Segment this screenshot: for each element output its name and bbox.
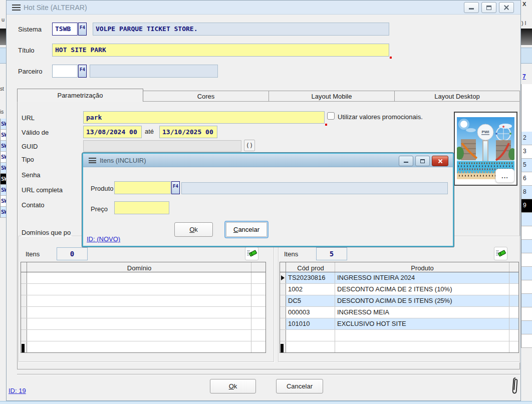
background-text-fragment: ) l bbox=[521, 20, 526, 26]
required-marker bbox=[390, 57, 392, 59]
maximize-button[interactable] bbox=[481, 2, 496, 13]
dialog-title: Itens (INCLUIR) bbox=[100, 157, 146, 164]
left-grid-insert-cursor bbox=[22, 344, 25, 352]
dialog-maximize-button[interactable] bbox=[415, 156, 430, 166]
background-panel bbox=[521, 84, 532, 132]
produtos-grid-header: Cód prod Produto bbox=[280, 262, 518, 272]
record-id-link[interactable]: ID: 19 bbox=[9, 387, 26, 394]
minimize-icon bbox=[469, 6, 474, 10]
col-cod-prod: Cód prod bbox=[286, 262, 335, 272]
paperclip-icon[interactable] bbox=[510, 376, 519, 395]
promo-checkbox[interactable] bbox=[327, 112, 335, 120]
produto-input[interactable] bbox=[114, 181, 171, 194]
background-row: SW bbox=[0, 196, 6, 207]
maximize-icon bbox=[486, 6, 491, 10]
table-row bbox=[21, 284, 265, 295]
valido-de-label: Válido de bbox=[22, 129, 49, 136]
tab-strip: Parametrização Cores Layout Mobile Layou… bbox=[17, 89, 520, 101]
image-more-button[interactable]: ... bbox=[495, 169, 514, 183]
guid-label: GUID bbox=[22, 143, 38, 150]
window-titlebar: Hot Site (ALTERAR) bbox=[7, 1, 520, 15]
background-row: SW bbox=[0, 207, 6, 218]
dialog-cancel-button[interactable]: Cancelar bbox=[224, 221, 269, 238]
preco-label: Preço bbox=[91, 205, 108, 213]
background-text-fragment: u bbox=[2, 17, 5, 23]
background-row: SW bbox=[0, 152, 6, 163]
dominios-grid-body bbox=[21, 272, 265, 353]
table-row[interactable]: TS20230816INGRESSO INTEIRA 2024 bbox=[280, 272, 518, 284]
left-clear-filter-button[interactable] bbox=[245, 247, 258, 260]
background-grid-rows: 235689 bbox=[521, 132, 532, 348]
minimize-icon bbox=[404, 159, 408, 163]
guid-field bbox=[83, 140, 241, 152]
background-banner-strip bbox=[521, 48, 532, 64]
url-input[interactable]: park bbox=[83, 111, 325, 124]
valido-from-input[interactable]: 13/08/2024 00 bbox=[83, 126, 142, 138]
url-label: URL bbox=[22, 114, 35, 122]
background-row: SW bbox=[0, 130, 6, 141]
itens-incluir-dialog: Itens (INCLUIR) Produto F4 Preço Ok Canc… bbox=[82, 152, 454, 247]
window-menu-icon[interactable] bbox=[12, 5, 21, 11]
parceiro-f4-button[interactable]: F4 bbox=[78, 65, 87, 78]
tipo-label: Tipo bbox=[22, 156, 34, 163]
sistema-label: Sistema bbox=[18, 26, 42, 33]
dialog-close-button[interactable] bbox=[432, 156, 448, 166]
table-row[interactable]: 101010EXCLUSIVO HOT SITE bbox=[280, 318, 518, 330]
produtos-grid-body: TS20230816INGRESSO INTEIRA 20241002DESCO… bbox=[280, 272, 518, 353]
dialog-ok-button[interactable]: Ok bbox=[174, 222, 213, 237]
sistema-f4-button[interactable]: F4 bbox=[78, 23, 87, 36]
background-row: SW bbox=[0, 163, 6, 174]
close-icon bbox=[438, 159, 443, 164]
dominios-grid: Domínio bbox=[21, 262, 266, 353]
background-window-bottom-edge bbox=[0, 401, 532, 404]
guid-generate-button[interactable]: () bbox=[244, 140, 255, 151]
dialog-minimize-button[interactable] bbox=[399, 156, 413, 166]
tab-layout-mobile[interactable]: Layout Mobile bbox=[269, 91, 395, 101]
valido-to-input[interactable]: 13/10/2025 00 bbox=[159, 126, 217, 138]
produto-f4-button[interactable]: F4 bbox=[171, 181, 180, 194]
background-row bbox=[521, 321, 532, 334]
background-row bbox=[521, 226, 532, 240]
tab-layout-desktop[interactable]: Layout Desktop bbox=[395, 91, 520, 101]
sistema-code-input[interactable]: TSWB bbox=[52, 23, 78, 36]
table-row[interactable]: 000003INGRESSO MEIA bbox=[280, 307, 518, 318]
dialog-menu-icon[interactable] bbox=[89, 158, 96, 163]
col-dominio: Domínio bbox=[27, 262, 251, 272]
right-itens-count: 5 bbox=[316, 247, 347, 260]
background-row: SW bbox=[0, 141, 6, 152]
cancel-button[interactable]: Cancelar bbox=[276, 379, 323, 393]
close-button[interactable] bbox=[499, 2, 514, 13]
preco-input[interactable] bbox=[114, 201, 169, 214]
col-produto: Produto bbox=[335, 262, 509, 272]
parceiro-code-input[interactable] bbox=[52, 65, 78, 78]
dialog-record-id-link[interactable]: ID: (NOVO) bbox=[87, 235, 120, 243]
park-logo-text: PWI bbox=[481, 130, 489, 134]
eraser-icon bbox=[495, 249, 506, 258]
table-row[interactable]: DC5DESCONTO ACIMA DE 5 ITENS (25%) bbox=[280, 295, 518, 307]
background-window-right-edge: X ) l 7 235689 bbox=[521, 0, 532, 404]
dominios-grid-header: Domínio bbox=[21, 262, 265, 272]
right-clear-filter-button[interactable] bbox=[494, 247, 507, 260]
right-grid-insert-cursor bbox=[281, 344, 284, 352]
background-row bbox=[521, 267, 532, 280]
background-row bbox=[521, 334, 532, 348]
screen: u st is SWSWSWSWSWSWSWSWSW X ) l 7 23568… bbox=[0, 0, 532, 404]
background-row bbox=[521, 240, 532, 253]
background-row: 5 bbox=[521, 159, 532, 172]
table-row bbox=[21, 341, 265, 353]
ok-button[interactable]: Ok bbox=[210, 379, 256, 393]
minimize-button[interactable] bbox=[464, 2, 479, 13]
background-text-fragment: is bbox=[0, 109, 4, 115]
tab-parametrizacao[interactable]: Parametrização bbox=[17, 89, 143, 102]
table-row bbox=[21, 295, 265, 307]
background-row: 3 bbox=[521, 145, 532, 159]
titulo-input[interactable]: HOT SITE PARK bbox=[52, 44, 389, 57]
senha-label: Senha bbox=[22, 171, 41, 179]
table-row[interactable]: 1002DESCONTO ACIMA DE 2 ITENS (10%) bbox=[280, 284, 518, 295]
background-link-fragment: 7 bbox=[522, 73, 526, 80]
tab-cores[interactable]: Cores bbox=[143, 91, 269, 101]
promo-checkbox-label: Utilizar valores promocionais. bbox=[338, 113, 423, 121]
left-itens-label: Itens bbox=[26, 250, 40, 258]
contato-label: Contato bbox=[22, 201, 45, 209]
background-row bbox=[521, 307, 532, 321]
